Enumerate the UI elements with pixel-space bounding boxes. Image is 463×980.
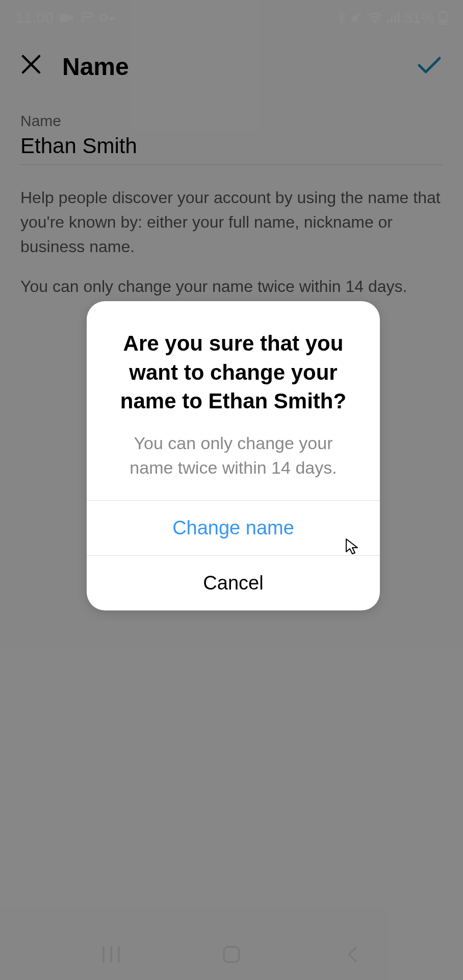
cancel-button[interactable]: Cancel xyxy=(87,555,380,610)
change-name-button[interactable]: Change name xyxy=(87,500,380,555)
confirm-dialog: Are you sure that you want to change you… xyxy=(87,301,380,610)
dialog-title: Are you sure that you want to change you… xyxy=(107,329,359,416)
dialog-subtitle: You can only change your name twice with… xyxy=(107,431,359,480)
